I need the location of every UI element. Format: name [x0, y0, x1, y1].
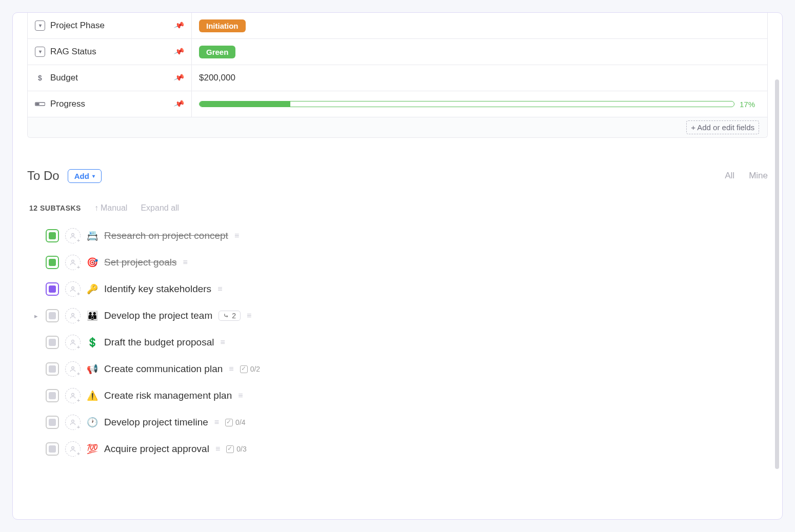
budget-value: $200,000 — [199, 73, 235, 83]
status-checkbox[interactable] — [46, 309, 59, 322]
assignee-button[interactable] — [65, 361, 81, 377]
assignee-button[interactable] — [65, 255, 81, 270]
assignee-button[interactable] — [65, 308, 81, 323]
assignee-button[interactable] — [65, 281, 81, 297]
assignee-button[interactable] — [65, 441, 81, 457]
expand-all-button[interactable]: Expand all — [141, 203, 179, 213]
svg-point-2 — [72, 233, 74, 236]
task-list: 📇Research on project concept≡🎯Set projec… — [27, 225, 768, 460]
description-icon: ≡ — [220, 338, 225, 347]
fields-footer: + Add or edit fields — [28, 117, 767, 137]
status-checkbox[interactable] — [46, 282, 59, 296]
progress-bar: 17% — [199, 100, 760, 109]
expand-caret-icon[interactable]: ▸ — [32, 312, 39, 320]
description-icon: ≡ — [217, 284, 222, 294]
task-title[interactable]: Set project goals — [104, 257, 177, 268]
task-title[interactable]: Draft the budget proposal — [104, 337, 214, 348]
task-row[interactable]: 💯Acquire project approval≡0/3 — [32, 438, 768, 460]
filter-all[interactable]: All — [725, 171, 734, 181]
dropdown-field-icon — [35, 47, 45, 57]
field-name: Progress — [50, 99, 85, 109]
status-checkbox[interactable] — [46, 389, 59, 402]
field-row-budget[interactable]: $ Budget 📌 $200,000 — [28, 65, 767, 91]
field-row-progress[interactable]: Progress 📌 17% — [28, 91, 767, 117]
description-icon: ≡ — [229, 364, 233, 374]
subtask-count-pill[interactable]: ⤷2 — [218, 311, 241, 321]
add-button[interactable]: Add — [68, 169, 102, 183]
pin-icon[interactable]: 📌 — [173, 72, 185, 84]
subtask-meta-row: 12 SUBTASKS ↑ Manual Expand all — [27, 203, 768, 213]
field-label: Project Phase 📌 — [28, 13, 192, 38]
status-checkbox[interactable] — [46, 256, 59, 269]
status-checkbox[interactable] — [46, 416, 59, 429]
progress-field-icon — [35, 99, 45, 109]
task-emoji-icon: 💲 — [87, 337, 98, 348]
status-checkbox[interactable] — [46, 336, 59, 349]
project-panel: Project Phase 📌 Initiation RAG Status 📌 … — [12, 12, 783, 520]
assignee-button[interactable] — [65, 415, 81, 430]
task-emoji-icon: 👪 — [87, 310, 98, 321]
checklist-icon — [226, 445, 234, 453]
rag-badge: Green — [199, 46, 235, 58]
subtask-count: 12 SUBTASKS — [29, 204, 81, 212]
filter-mine[interactable]: Mine — [749, 171, 768, 181]
svg-rect-1 — [35, 103, 39, 105]
description-icon: ≡ — [234, 231, 239, 240]
field-value[interactable]: 17% — [192, 96, 767, 113]
status-checkbox[interactable] — [46, 362, 59, 376]
task-row[interactable]: 📇Research on project concept≡ — [32, 225, 768, 247]
task-row[interactable]: 💲Draft the budget proposal≡ — [32, 332, 768, 353]
task-row[interactable]: 🔑Identify key stakeholders≡ — [32, 278, 768, 300]
task-emoji-icon: 🔑 — [87, 283, 98, 295]
svg-point-5 — [72, 313, 74, 316]
task-row[interactable]: ⚠️Create risk management plan≡ — [32, 385, 768, 406]
section-title: To Do — [27, 169, 59, 183]
sort-arrow-icon: ↑ — [94, 203, 98, 213]
svg-point-6 — [72, 340, 74, 342]
dropdown-field-icon — [35, 21, 45, 31]
field-row-rag-status[interactable]: RAG Status 📌 Green — [28, 38, 767, 65]
task-title[interactable]: Develop the project team — [104, 310, 212, 321]
checklist-indicator[interactable]: 0/3 — [226, 445, 246, 453]
field-value[interactable]: $200,000 — [192, 69, 767, 87]
task-title[interactable]: Develop project timeline — [104, 417, 208, 428]
field-label: RAG Status 📌 — [28, 39, 192, 65]
progress-percent: 17% — [740, 100, 760, 109]
pin-icon[interactable]: 📌 — [173, 98, 185, 110]
task-title[interactable]: Acquire project approval — [104, 443, 209, 455]
progress-track — [199, 101, 734, 107]
subtree-icon: ⤷ — [223, 312, 229, 320]
task-row[interactable]: 📢Create communication plan≡0/2 — [32, 358, 768, 380]
checklist-indicator[interactable]: 0/2 — [240, 365, 260, 373]
task-title[interactable]: Research on project concept — [104, 230, 228, 241]
custom-fields-table: Project Phase 📌 Initiation RAG Status 📌 … — [27, 13, 768, 138]
field-row-project-phase[interactable]: Project Phase 📌 Initiation — [28, 13, 767, 38]
pin-icon[interactable]: 📌 — [173, 46, 185, 57]
field-value[interactable]: Initiation — [192, 15, 767, 36]
svg-point-8 — [72, 393, 74, 396]
todo-header: To Do Add All Mine — [27, 169, 768, 183]
add-edit-fields-button[interactable]: + Add or edit fields — [686, 120, 759, 134]
checklist-indicator[interactable]: 0/4 — [225, 418, 245, 426]
svg-point-9 — [72, 420, 74, 422]
status-checkbox[interactable] — [46, 229, 59, 242]
task-title[interactable]: Create risk management plan — [104, 390, 232, 401]
assignee-button[interactable] — [65, 388, 81, 403]
task-row[interactable]: ▸👪Develop the project team⤷2≡ — [32, 305, 768, 326]
field-value[interactable]: Green — [192, 42, 767, 63]
field-name: Project Phase — [50, 21, 105, 31]
task-title[interactable]: Identify key stakeholders — [104, 283, 211, 295]
pin-icon[interactable]: 📌 — [173, 19, 185, 31]
task-title[interactable]: Create communication plan — [104, 363, 223, 375]
sort-button[interactable]: ↑ Manual — [94, 203, 127, 213]
task-emoji-icon: 💯 — [87, 443, 98, 455]
task-row[interactable]: 🎯Set project goals≡ — [32, 252, 768, 273]
assignee-button[interactable] — [65, 228, 81, 243]
assignee-button[interactable] — [65, 335, 81, 350]
task-emoji-icon: 📢 — [87, 363, 98, 375]
task-row[interactable]: 🕐Develop project timeline≡0/4 — [32, 412, 768, 433]
scrollbar[interactable] — [775, 79, 779, 469]
status-checkbox[interactable] — [46, 442, 59, 456]
field-label: Progress 📌 — [28, 91, 192, 117]
filter-tabs: All Mine — [725, 171, 768, 181]
